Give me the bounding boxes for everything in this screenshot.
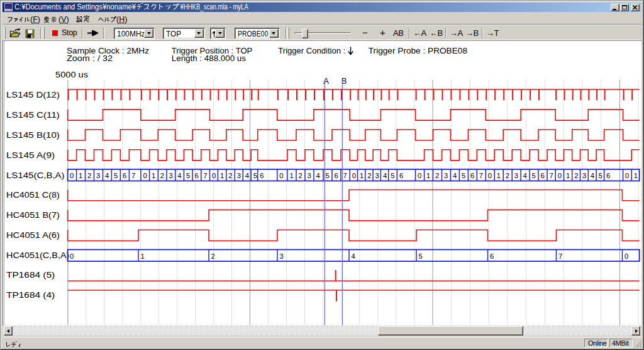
- svg-text:Trigger Condition :: Trigger Condition :: [278, 47, 345, 55]
- svg-text:4: 4: [316, 172, 320, 179]
- svg-text:Trigger Probe : PROBE08: Trigger Probe : PROBE08: [369, 47, 467, 55]
- svg-text:7: 7: [550, 172, 553, 179]
- svg-text:0: 0: [143, 172, 147, 179]
- svg-text:6: 6: [195, 172, 199, 179]
- svg-text:5000 us: 5000 us: [55, 71, 88, 79]
- svg-text:2: 2: [435, 172, 439, 179]
- svg-text:3: 3: [96, 172, 100, 179]
- svg-text:5: 5: [114, 172, 118, 179]
- svg-text:1: 1: [634, 172, 638, 179]
- svg-text:6: 6: [399, 172, 403, 179]
- svg-text:A: A: [323, 76, 329, 86]
- svg-text:2: 2: [506, 172, 509, 179]
- svg-text:0: 0: [279, 172, 283, 179]
- svg-text:4: 4: [105, 172, 109, 179]
- svg-text:LS145 C(11): LS145 C(11): [6, 110, 60, 120]
- svg-text:3: 3: [280, 252, 284, 260]
- svg-text:HC4051 C(8): HC4051 C(8): [6, 190, 60, 200]
- svg-text:LS145 D(12): LS145 D(12): [6, 90, 60, 99]
- svg-text:2: 2: [87, 172, 91, 179]
- svg-text:4: 4: [453, 172, 457, 179]
- svg-text:4: 4: [352, 252, 355, 260]
- svg-text:4: 4: [177, 172, 181, 179]
- svg-text:2: 2: [160, 172, 164, 179]
- svg-text:LS145 B(10): LS145 B(10): [6, 130, 60, 140]
- svg-text:3: 3: [514, 172, 518, 179]
- svg-text:Length : 488.000 us: Length : 488.000 us: [172, 54, 246, 63]
- svg-text:5: 5: [253, 172, 257, 179]
- svg-text:LS145 A(9): LS145 A(9): [6, 150, 55, 160]
- svg-text:7: 7: [558, 252, 562, 260]
- svg-text:Zoom : / 32: Zoom : / 32: [67, 54, 113, 63]
- svg-text:6: 6: [470, 172, 474, 179]
- svg-text:3: 3: [169, 172, 173, 179]
- svg-text:6: 6: [490, 252, 494, 260]
- svg-text:1: 1: [152, 172, 155, 179]
- svg-text:4: 4: [383, 172, 387, 179]
- svg-text:5: 5: [599, 172, 602, 179]
- svg-text:2: 2: [367, 172, 371, 179]
- svg-text:0: 0: [625, 172, 629, 179]
- svg-text:7: 7: [131, 172, 135, 179]
- svg-text:TP1684 (4): TP1684 (4): [6, 290, 55, 300]
- svg-text:7: 7: [203, 172, 207, 179]
- svg-text:5: 5: [391, 172, 394, 179]
- svg-text:1: 1: [566, 172, 570, 179]
- svg-text:HC4051(C,B,A): HC4051(C,B,A): [6, 251, 69, 260]
- svg-text:6: 6: [260, 172, 264, 179]
- svg-text:3: 3: [308, 172, 311, 179]
- svg-text:4: 4: [523, 172, 527, 179]
- svg-text:LS145(C,B,A): LS145(C,B,A): [6, 171, 65, 180]
- svg-text:1: 1: [290, 172, 294, 179]
- svg-text:2: 2: [299, 172, 303, 179]
- svg-text:5: 5: [532, 172, 536, 179]
- svg-text:1: 1: [220, 172, 224, 179]
- svg-text:TP1684 (5): TP1684 (5): [6, 270, 55, 279]
- svg-text:6: 6: [123, 172, 126, 179]
- svg-text:3: 3: [444, 172, 448, 179]
- svg-text:4: 4: [245, 172, 249, 179]
- svg-text:0: 0: [418, 172, 421, 179]
- svg-text:2: 2: [574, 172, 578, 179]
- svg-text:0: 0: [70, 172, 74, 179]
- svg-text:5: 5: [462, 172, 465, 179]
- svg-text:6: 6: [541, 172, 545, 179]
- svg-text:1: 1: [426, 172, 430, 179]
- svg-text:1: 1: [79, 172, 82, 179]
- svg-text:5: 5: [326, 172, 330, 179]
- svg-text:7: 7: [479, 172, 483, 179]
- svg-text:3: 3: [582, 172, 586, 179]
- svg-text:0: 0: [70, 252, 74, 260]
- svg-text:5: 5: [419, 252, 423, 260]
- svg-text:1: 1: [141, 252, 145, 260]
- svg-text:6: 6: [606, 172, 610, 179]
- svg-text:2: 2: [228, 172, 232, 179]
- svg-text:0: 0: [558, 172, 562, 179]
- svg-text:3: 3: [237, 172, 241, 179]
- svg-text:0: 0: [625, 252, 628, 260]
- svg-text:1: 1: [360, 172, 364, 179]
- svg-text:3: 3: [375, 172, 379, 179]
- svg-text:HC4051 A(6): HC4051 A(6): [6, 230, 60, 240]
- svg-text:2: 2: [211, 252, 215, 260]
- svg-text:1: 1: [497, 172, 501, 179]
- svg-text:HC4051 B(7): HC4051 B(7): [6, 210, 60, 220]
- svg-text:0: 0: [212, 172, 216, 179]
- svg-text:7: 7: [343, 172, 347, 179]
- svg-text:5: 5: [186, 172, 190, 179]
- svg-text:4: 4: [591, 172, 594, 179]
- svg-text:0: 0: [488, 172, 492, 179]
- svg-text:6: 6: [335, 172, 338, 179]
- svg-text:0: 0: [352, 172, 356, 179]
